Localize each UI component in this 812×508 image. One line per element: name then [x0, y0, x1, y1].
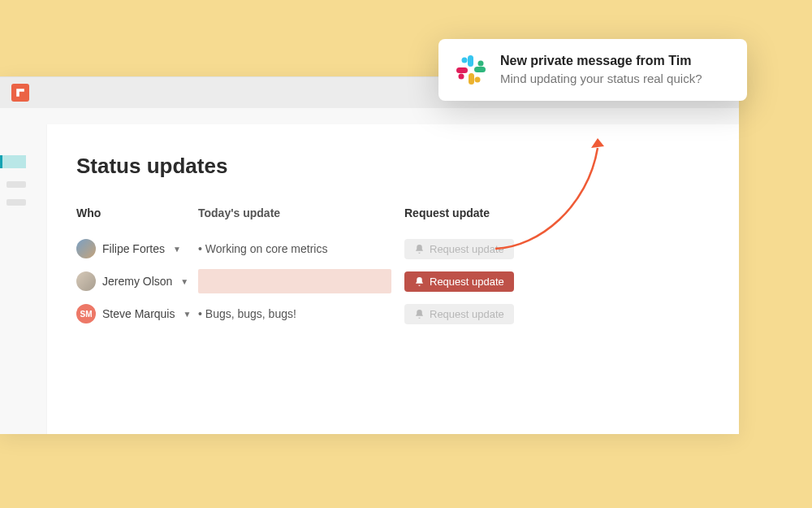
update-text: Bugs, bugs, bugs!	[198, 307, 296, 320]
chevron-down-icon[interactable]: ▼	[183, 310, 191, 319]
table-header: Who Today's update Request update	[76, 197, 710, 229]
sidebar	[0, 108, 32, 434]
sidebar-item-active[interactable]	[0, 155, 26, 168]
button-label: Request update	[430, 276, 504, 288]
button-label: Request update	[430, 308, 504, 320]
svg-rect-2	[469, 73, 474, 85]
slack-notification[interactable]: New private message from Tim Mind updati…	[438, 39, 747, 101]
sidebar-item[interactable]	[6, 181, 26, 188]
request-update-button: Request update	[404, 239, 514, 259]
bell-icon	[414, 276, 425, 287]
main-panel: Status updates Who Today's update Reques…	[47, 124, 739, 434]
svg-rect-0	[468, 55, 473, 67]
col-header-update: Today's update	[198, 206, 404, 219]
empty-update-cell[interactable]	[198, 269, 391, 293]
window-body: Status updates Who Today's update Reques…	[0, 108, 739, 434]
col-header-request: Request update	[404, 206, 534, 219]
person-name: Jeremy Olson	[102, 275, 172, 288]
avatar	[76, 239, 96, 258]
app-logo	[11, 84, 29, 102]
svg-point-6	[475, 77, 481, 83]
update-text: Working on core metrics	[198, 242, 327, 255]
notification-title: New private message from Tim	[500, 54, 702, 68]
bell-icon	[414, 309, 425, 319]
col-header-who: Who	[76, 206, 198, 219]
svg-rect-1	[474, 67, 486, 72]
app-window: Status updates Who Today's update Reques…	[0, 76, 739, 434]
page-title: Status updates	[76, 154, 710, 179]
avatar	[76, 271, 96, 291]
notification-body: Mind updating your status real quick?	[500, 72, 702, 85]
table-row: Filipe Fortes ▼ Working on core metrics …	[76, 232, 710, 265]
chevron-down-icon[interactable]: ▼	[180, 277, 188, 286]
bell-icon	[414, 244, 425, 254]
svg-rect-3	[456, 67, 468, 73]
svg-point-4	[462, 58, 468, 63]
svg-point-7	[459, 74, 464, 80]
request-update-button[interactable]: Request update	[404, 271, 514, 292]
chevron-down-icon[interactable]: ▼	[173, 245, 181, 254]
person-name: Filipe Fortes	[102, 242, 165, 255]
table-row: Jeremy Olson ▼ Request update	[76, 265, 710, 297]
button-label: Request update	[430, 243, 504, 255]
svg-point-5	[478, 61, 484, 67]
avatar: SM	[76, 304, 96, 323]
avatar-initials: SM	[80, 310, 93, 319]
request-update-button: Request update	[404, 304, 514, 324]
person-name: Steve Marquis	[102, 307, 175, 320]
table-row: SM Steve Marquis ▼ Bugs, bugs, bugs! Req…	[76, 297, 710, 330]
slack-icon	[455, 54, 487, 86]
sidebar-item[interactable]	[6, 199, 26, 206]
